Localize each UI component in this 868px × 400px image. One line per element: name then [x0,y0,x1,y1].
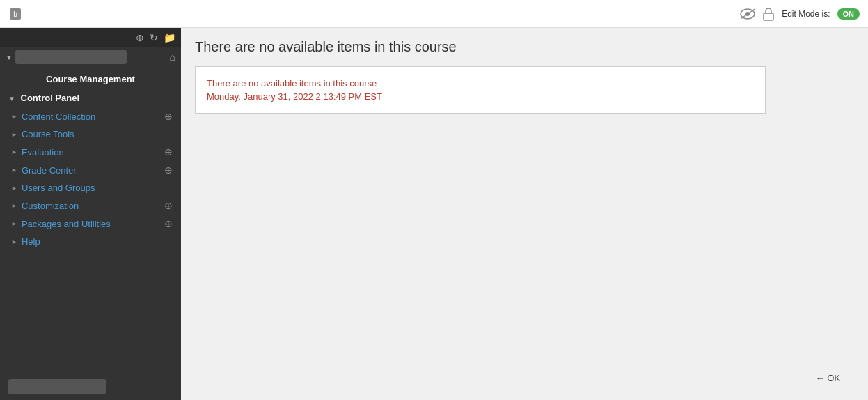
item-arrow-icon: ► [11,238,17,245]
item-arrow-icon: ► [11,167,17,174]
top-bar-right: Edit Mode is: ON [740,7,860,21]
content-area: There are no available items in this cou… [181,28,868,400]
item-arrow-icon: ► [11,185,17,192]
sidebar-item-packages-and-utilities[interactable]: ► Packages and Utilities ⊕ [0,215,181,233]
control-panel-arrow: ▼ [8,95,15,102]
item-arrow-icon: ► [11,202,17,209]
sidebar: ⊕ ↻ 📁 ▼ ⌂ Course Management ▼ Control Pa… [0,28,181,400]
top-bar-left: b [8,7,28,21]
content-box: There are no available items in this cou… [195,66,766,114]
item-plus-icon[interactable]: ⊕ [164,200,173,211]
content-message-line1: There are no available items in this cou… [207,78,754,89]
sidebar-item-label: Help [22,236,173,247]
eye-icon-button[interactable] [740,8,755,20]
add-icon[interactable]: ⊕ [136,32,144,43]
sidebar-item-evaluation[interactable]: ► Evaluation ⊕ [0,143,181,161]
item-plus-icon[interactable]: ⊕ [164,218,173,229]
sidebar-top-tools: ⊕ ↻ 📁 [0,28,181,47]
sidebar-item-label: Packages and Utilities [22,219,164,229]
sidebar-item-label: Grade Center [22,165,164,176]
item-arrow-icon: ► [11,148,17,155]
sidebar-item-label: Users and Groups [22,183,173,193]
refresh-icon[interactable]: ↻ [150,32,158,43]
sidebar-item-course-tools[interactable]: ► Course Tools [0,125,181,143]
item-arrow-icon: ► [11,131,17,138]
main-layout: ⊕ ↻ 📁 ▼ ⌂ Course Management ▼ Control Pa… [0,28,868,400]
svg-text:b: b [13,10,17,18]
sidebar-bottom [0,374,181,400]
lock-icon-button[interactable] [762,7,775,21]
home-icon[interactable]: ⌂ [170,52,175,63]
sidebar-item-label: Content Collection [22,111,164,122]
sidebar-item-content-collection[interactable]: ► Content Collection ⊕ [0,107,181,125]
sidebar-item-label: Course Tools [22,129,173,139]
item-plus-icon[interactable]: ⊕ [164,164,173,176]
svg-rect-5 [764,13,773,20]
content-message-line2: Monday, January 31, 2022 2:13:49 PM EST [207,91,754,102]
sidebar-nav-row: ▼ ⌂ [0,47,181,67]
item-arrow-icon: ► [11,220,17,227]
sidebar-item-users-and-groups[interactable]: ► Users and Groups [0,179,181,197]
edit-mode-toggle[interactable]: ON [837,8,860,20]
control-panel-label: Control Panel [21,93,80,103]
app-logo: b [8,7,22,21]
item-plus-icon[interactable]: ⊕ [164,111,173,122]
course-management-title: Course Management [0,67,181,89]
sidebar-item-label: Evaluation [22,147,164,157]
nav-chevron-icon: ▼ [6,54,13,61]
sidebar-bottom-input[interactable] [8,379,106,394]
sidebar-item-grade-center[interactable]: ► Grade Center ⊕ [0,161,181,179]
ok-link[interactable]: ← OK [816,373,840,383]
ok-row: ← OK [195,367,854,389]
item-plus-icon[interactable]: ⊕ [164,146,173,157]
edit-mode-label: Edit Mode is: [782,9,830,19]
sidebar-item-label: Customization [22,201,164,211]
sidebar-item-customization[interactable]: ► Customization ⊕ [0,197,181,215]
folder-icon[interactable]: 📁 [164,32,175,43]
control-panel-header[interactable]: ▼ Control Panel [0,89,181,107]
page-title: There are no available items in this cou… [195,39,854,55]
sidebar-item-help[interactable]: ► Help [0,233,181,250]
item-arrow-icon: ► [11,113,17,120]
top-bar: b Edit Mode is: ON [0,0,868,28]
sidebar-nav-input[interactable] [15,50,127,64]
